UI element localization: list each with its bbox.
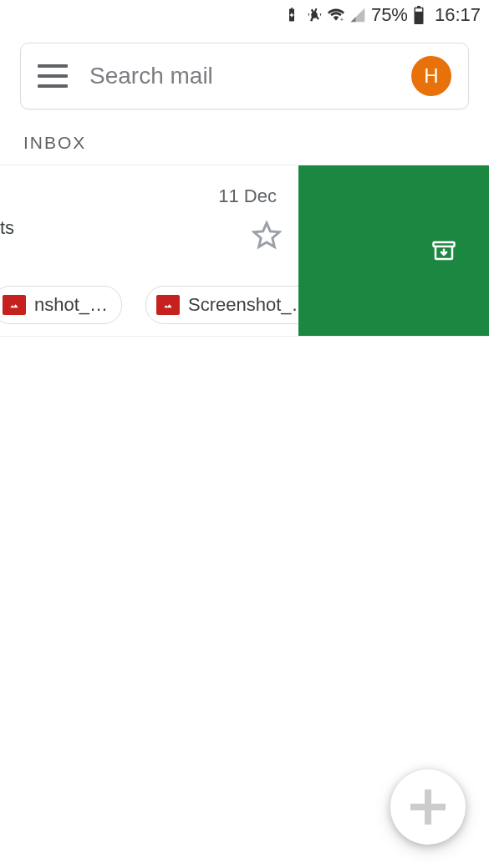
- image-icon: [3, 295, 26, 315]
- email-card[interactable]: 11 Dec ts nshot_… Screenshot_…: [0, 165, 298, 336]
- compose-fab[interactable]: [390, 769, 466, 845]
- battery-icon: [413, 7, 430, 23]
- search-input[interactable]: Search mail: [89, 63, 390, 89]
- search-bar-container: Search mail H: [0, 30, 489, 109]
- archive-icon: [430, 238, 457, 263]
- image-icon: [156, 295, 180, 315]
- star-icon[interactable]: [252, 221, 282, 251]
- archive-swipe-panel[interactable]: [298, 165, 489, 336]
- attachment-chip[interactable]: nshot_…: [0, 286, 122, 324]
- attachment-label: Screenshot_…: [188, 294, 298, 316]
- inbox-section-label: INBOX: [0, 109, 489, 165]
- search-bar[interactable]: Search mail H: [20, 43, 469, 109]
- svg-rect-2: [434, 242, 455, 246]
- battery-saver-icon: [284, 7, 301, 23]
- attachment-label: nshot_…: [34, 294, 108, 316]
- attachment-chips: nshot_… Screenshot_…: [0, 286, 298, 324]
- svg-text:+: +: [340, 17, 344, 23]
- email-date: 11 Dec: [218, 185, 277, 207]
- hamburger-menu-icon[interactable]: [38, 64, 68, 88]
- email-row-swiped[interactable]: 11 Dec ts nshot_… Screenshot_…: [0, 165, 489, 337]
- email-subject-fragment: ts: [0, 217, 14, 239]
- clock: 16:17: [435, 4, 481, 26]
- svg-rect-1: [415, 8, 422, 12]
- vibrate-icon: [306, 7, 323, 23]
- avatar[interactable]: H: [411, 56, 451, 96]
- signal-icon: [349, 7, 366, 23]
- attachment-chip[interactable]: Screenshot_…: [145, 286, 298, 324]
- plus-icon: [410, 789, 446, 825]
- wifi-icon: +: [328, 7, 344, 23]
- battery-percentage: 75%: [371, 4, 408, 26]
- status-bar: + 75% 16:17: [0, 0, 489, 30]
